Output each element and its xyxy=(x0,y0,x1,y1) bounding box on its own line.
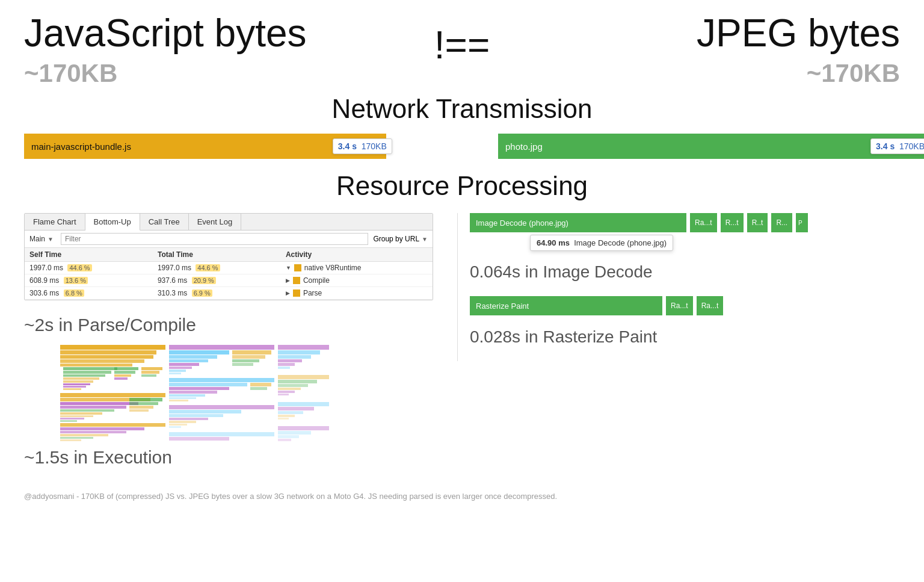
svg-rect-71 xyxy=(278,350,320,354)
svg-rect-64 xyxy=(169,421,196,423)
tab-flame-chart[interactable]: Flame Chart xyxy=(25,214,85,230)
expand-icon-3[interactable]: ▶ xyxy=(286,290,290,296)
svg-rect-39 xyxy=(169,345,274,350)
footer-text: @addyosmani - 170KB of (compressed) JS v… xyxy=(24,492,900,501)
svg-rect-20 xyxy=(60,393,165,397)
devtools-panel: Flame Chart Bottom-Up Call Tree Event Lo… xyxy=(24,213,433,300)
svg-rect-54 xyxy=(169,391,217,394)
network-bars-row: main-javascript-bundle.js 3.4 s 170KB ph… xyxy=(24,134,900,159)
svg-rect-19 xyxy=(141,374,156,377)
svg-rect-42 xyxy=(169,359,208,362)
svg-rect-2 xyxy=(60,355,153,359)
svg-rect-28 xyxy=(60,420,77,422)
js-tooltip-time: 3.4 s xyxy=(338,141,357,151)
table-header-row: Self Time Total Time Activity xyxy=(25,248,433,262)
svg-rect-88 xyxy=(278,431,311,435)
expand-icon-2[interactable]: ▶ xyxy=(286,277,290,283)
tab-event-log[interactable]: Event Log xyxy=(189,214,242,230)
svg-rect-85 xyxy=(278,415,295,417)
svg-rect-24 xyxy=(60,409,114,412)
tab-call-tree[interactable]: Call Tree xyxy=(140,214,189,230)
expand-icon-1[interactable]: ▼ xyxy=(286,265,291,271)
js-bar-container: main-javascript-bundle.js 3.4 s 170KB xyxy=(24,134,450,159)
col-total-time: Total Time xyxy=(153,248,281,262)
svg-rect-73 xyxy=(278,359,302,362)
svg-rect-67 xyxy=(169,432,274,436)
tab-bottom-up[interactable]: Bottom-Up xyxy=(85,214,140,231)
execution-note: ~1.5s in Execution xyxy=(24,447,433,468)
jpeg-size: ~170KB xyxy=(522,59,900,88)
svg-rect-17 xyxy=(141,367,162,370)
svg-rect-18 xyxy=(141,371,159,374)
svg-rect-61 xyxy=(169,410,241,413)
svg-rect-63 xyxy=(169,418,208,420)
image-decode-note: 0.064s in Image Decode xyxy=(470,262,900,282)
main-content: Flame Chart Bottom-Up Call Tree Event Lo… xyxy=(24,213,900,474)
group-by-url: Group by URL ▼ xyxy=(373,235,428,243)
svg-rect-76 xyxy=(278,375,329,379)
svg-rect-82 xyxy=(278,402,329,406)
svg-rect-70 xyxy=(278,345,329,350)
image-decode-section: Image Decode (phone.jpg) Ra...t R...t R.… xyxy=(470,213,900,282)
svg-rect-89 xyxy=(278,435,299,438)
svg-rect-57 xyxy=(169,400,188,401)
flame-svg-1 xyxy=(60,345,165,441)
svg-rect-0 xyxy=(60,345,165,350)
svg-rect-37 xyxy=(60,437,93,439)
jpeg-tooltip-time: 3.4 s xyxy=(876,141,895,151)
svg-rect-6 xyxy=(63,371,111,374)
svg-rect-51 xyxy=(169,378,274,382)
svg-rect-5 xyxy=(63,367,117,370)
jpeg-bar-container: photo.jpg 3.4 s 170KB xyxy=(474,134,900,159)
rasterize-bars: Rasterize Paint Ra...t Ra...t xyxy=(470,296,900,315)
svg-rect-38 xyxy=(60,439,81,441)
self-pct-1: 44.6 % xyxy=(67,264,91,271)
svg-rect-27 xyxy=(60,418,84,419)
svg-rect-60 xyxy=(169,405,274,409)
rasterize-small-1: Ra...t xyxy=(666,296,693,315)
svg-rect-66 xyxy=(169,426,181,428)
svg-rect-13 xyxy=(114,367,138,370)
js-size: ~170KB xyxy=(24,59,402,88)
svg-rect-55 xyxy=(169,394,205,397)
jpeg-bar-label: photo.jpg xyxy=(505,141,543,152)
svg-rect-87 xyxy=(278,426,329,430)
jpeg-bytes-title: JPEG bytes xyxy=(522,12,900,54)
svg-rect-45 xyxy=(169,370,186,372)
col-self-time: Self Time xyxy=(25,248,153,262)
image-decode-small-4: R... xyxy=(771,213,792,232)
image-decode-tooltip: 64.90 ms Image Decode (phone.jpg) xyxy=(530,235,673,251)
activity-icon-1 xyxy=(294,264,301,271)
svg-rect-58 xyxy=(250,383,271,386)
svg-rect-25 xyxy=(60,412,102,415)
total-pct-2: 20.9 % xyxy=(192,277,216,284)
svg-rect-15 xyxy=(114,374,131,377)
svg-rect-10 xyxy=(63,383,90,385)
table-row: 303.6 ms 6.8 % 310.3 ms 6.9 % ▶ xyxy=(25,287,433,300)
total-time-2: 937.6 ms 20.9 % xyxy=(153,274,281,287)
svg-rect-12 xyxy=(63,388,81,390)
svg-rect-23 xyxy=(60,406,126,409)
svg-rect-68 xyxy=(169,437,229,441)
svg-rect-83 xyxy=(278,407,314,410)
svg-rect-33 xyxy=(60,423,165,427)
svg-rect-11 xyxy=(63,386,86,388)
js-tooltip-size: 170KB xyxy=(362,141,387,151)
network-transmission-title: Network Transmission xyxy=(24,94,900,124)
js-network-bar: main-javascript-bundle.js 3.4 s 170KB xyxy=(24,134,386,159)
rasterize-small-2: Ra...t xyxy=(697,296,724,315)
devtools-tabs: Flame Chart Bottom-Up Call Tree Event Lo… xyxy=(25,214,433,231)
parse-compile-note: ~2s in Parse/Compile xyxy=(24,315,433,335)
svg-rect-62 xyxy=(169,414,223,417)
svg-rect-90 xyxy=(278,439,291,441)
svg-rect-41 xyxy=(169,355,217,359)
svg-rect-48 xyxy=(232,355,265,359)
image-decode-bars: Image Decode (phone.jpg) Ra...t R...t R.… xyxy=(470,213,900,232)
js-bar-tooltip: 3.4 s 170KB xyxy=(333,138,392,154)
total-time-3: 310.3 ms 6.9 % xyxy=(153,287,281,300)
svg-rect-30 xyxy=(129,402,158,405)
filter-input[interactable] xyxy=(61,233,368,245)
table-row: 1997.0 ms 44.6 % 1997.0 ms 44.6 % ▼ xyxy=(25,262,433,274)
devtools-toolbar: Main ▼ Group by URL ▼ xyxy=(25,231,433,248)
svg-rect-53 xyxy=(169,387,229,390)
